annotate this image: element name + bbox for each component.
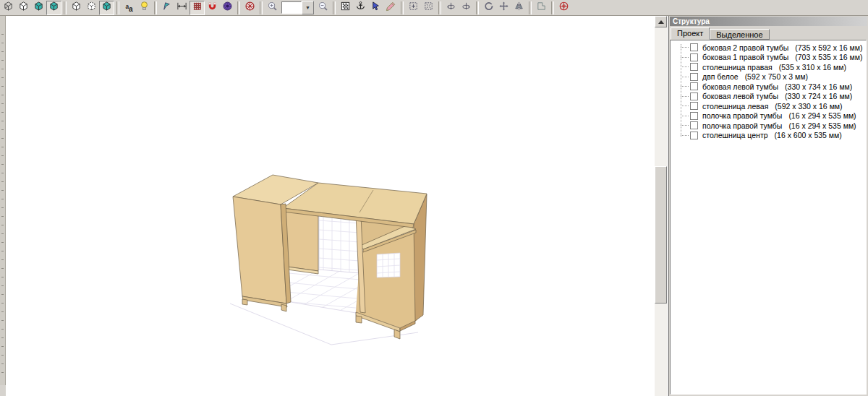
toolbar-separator xyxy=(116,1,119,14)
zoom-out-button[interactable] xyxy=(315,1,331,15)
tab-project[interactable]: Проект xyxy=(671,27,710,40)
part-checkbox[interactable] xyxy=(690,73,698,81)
pencil-icon xyxy=(386,1,396,14)
lighting-button[interactable] xyxy=(137,1,152,15)
part-checkbox[interactable] xyxy=(690,102,698,110)
list-item[interactable]: боковая левой тумбы (330 x 734 x 16 мм) xyxy=(671,82,866,92)
magnet-icon xyxy=(207,1,218,14)
edit-object-button[interactable] xyxy=(383,1,399,15)
view-solid-button[interactable] xyxy=(99,1,114,15)
up-arrow-icon xyxy=(658,20,664,24)
drop-to-floor-button[interactable] xyxy=(353,1,368,15)
rotate-axis-right-button[interactable] xyxy=(459,1,474,15)
parts-listbox[interactable]: боковая 2 правой тумбы (735 x 592 x 16 м… xyxy=(670,40,867,395)
view-contours-button[interactable] xyxy=(69,1,84,15)
canvas-vertical-scrollbar[interactable] xyxy=(655,16,667,396)
cube-cyan-icon xyxy=(33,1,44,14)
rotate-90-button[interactable] xyxy=(481,1,496,15)
list-item[interactable]: боковая 2 правой тумбы (735 x 592 x 16 м… xyxy=(671,43,866,53)
part-name: боковая левой тумбы xyxy=(702,92,778,100)
cube-cyan-icon xyxy=(101,1,112,14)
measure-button[interactable] xyxy=(174,1,190,15)
view-dashed-button[interactable] xyxy=(84,1,99,15)
text-aa-icon: aa xyxy=(125,1,132,14)
cube-dash-icon xyxy=(86,1,97,14)
panel-tabs: Проект Выделенное xyxy=(671,27,770,40)
toolbar-separator xyxy=(237,1,240,14)
list-item[interactable]: полочка правой тумбы (16 x 294 x 535 мм) xyxy=(671,111,866,121)
tree-stub xyxy=(681,96,689,97)
fit-all-button[interactable] xyxy=(421,1,436,15)
grid-icon xyxy=(192,1,203,14)
part-name: столешница правая xyxy=(702,63,773,72)
view-hidden-lines-button[interactable] xyxy=(16,1,31,15)
snap-magnet-button[interactable] xyxy=(205,1,220,15)
tree-stub xyxy=(681,116,689,116)
move-icon xyxy=(498,1,509,14)
part-dimensions: (735 x 592 x 16 мм) xyxy=(795,43,862,52)
toolbar-separator xyxy=(64,1,67,14)
view-wireframe-button[interactable] xyxy=(1,1,16,15)
list-item[interactable]: столешница правая (535 x 310 x 16 мм) xyxy=(671,62,866,72)
part-dimensions: (703 x 535 x 16 мм) xyxy=(795,53,862,61)
mirror-button[interactable] xyxy=(511,1,527,15)
zoom-in-icon xyxy=(267,1,278,14)
list-item[interactable]: столешница левая (592 x 330 x 16 мм) xyxy=(671,101,866,111)
view-colors-button[interactable] xyxy=(31,1,46,15)
part-checkbox[interactable] xyxy=(690,112,698,120)
toolbar-separator xyxy=(438,1,441,14)
part-name: боковая 1 правой тумбы xyxy=(702,53,788,61)
toolbar-separator xyxy=(476,1,479,14)
pointer-icon xyxy=(370,1,381,14)
frame-out-icon xyxy=(423,1,434,14)
center-target-button[interactable] xyxy=(556,1,571,15)
corner-tool-button[interactable] xyxy=(534,1,549,15)
refresh-view-button[interactable] xyxy=(242,1,258,15)
list-item[interactable]: полочка правой тумбы (16 x 294 x 535 мм) xyxy=(671,121,866,131)
scrollbar-thumb[interactable] xyxy=(655,166,667,304)
tree-stub xyxy=(681,66,689,67)
disc-red-icon xyxy=(244,1,255,14)
render-quality-button[interactable] xyxy=(220,1,235,15)
list-item[interactable]: двп белое (592 x 750 x 3 мм) xyxy=(671,72,866,82)
background-pattern-button[interactable] xyxy=(338,1,353,15)
part-checkbox[interactable] xyxy=(690,53,698,61)
rotate-object-button[interactable] xyxy=(368,1,383,15)
part-checkbox[interactable] xyxy=(690,43,698,51)
toolbar-separator xyxy=(401,1,404,14)
list-item[interactable]: столешница центр (16 x 600 x 535 мм) xyxy=(671,131,866,141)
zoom-value-field[interactable] xyxy=(281,1,302,14)
part-name: столешница левая xyxy=(702,102,768,111)
scroll-up-button[interactable] xyxy=(655,16,667,27)
move-button[interactable] xyxy=(496,1,511,15)
tree-stub xyxy=(681,77,689,77)
part-name: двп белое xyxy=(702,72,739,81)
part-checkbox[interactable] xyxy=(690,82,698,90)
view-textures-button[interactable] xyxy=(46,1,61,15)
zoom-level-combo[interactable]: ▼ xyxy=(281,1,314,14)
tab-selected[interactable]: Выделенное xyxy=(710,29,769,40)
zoom-in-button[interactable] xyxy=(265,1,280,15)
part-checkbox[interactable] xyxy=(690,132,698,139)
list-item[interactable]: боковая левой тумбы (330 x 724 x 16 мм) xyxy=(671,92,866,102)
toolbar-separator xyxy=(551,1,554,14)
grid-button[interactable] xyxy=(190,1,205,15)
toolbar-separator xyxy=(260,1,263,14)
rotate-view-button[interactable] xyxy=(159,1,174,15)
show-dimensions-text-button[interactable]: aa xyxy=(122,1,137,15)
part-checkbox[interactable] xyxy=(690,63,698,71)
part-dimensions: (535 x 310 x 16 мм) xyxy=(779,63,846,72)
toolbar-separator xyxy=(333,1,336,14)
design-canvas[interactable] xyxy=(6,16,655,396)
rotate-axis-left-button[interactable] xyxy=(443,1,459,15)
part-checkbox[interactable] xyxy=(690,121,698,129)
cube-wire-icon xyxy=(3,1,14,14)
toolbar-separator xyxy=(529,1,532,14)
panel-title: Структура xyxy=(670,17,867,26)
part-name: полочка правой тумбы xyxy=(702,121,782,130)
dropdown-arrow-icon[interactable]: ▼ xyxy=(302,1,314,14)
part-checkbox[interactable] xyxy=(690,92,698,100)
part-dimensions: (16 x 294 x 535 мм) xyxy=(788,121,856,130)
list-item[interactable]: боковая 1 правой тумбы (703 x 535 x 16 м… xyxy=(671,53,866,63)
fit-selection-button[interactable] xyxy=(406,1,421,15)
